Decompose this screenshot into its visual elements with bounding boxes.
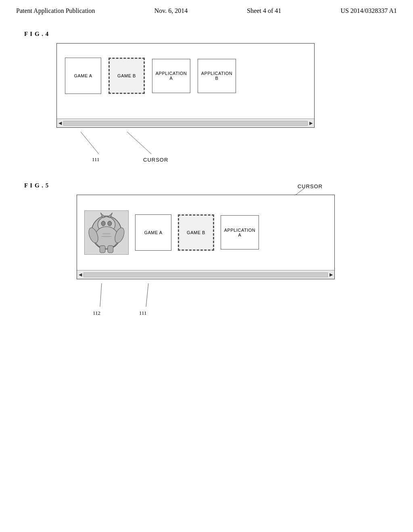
fig5-icon-game-b-selected[interactable]: GAME B — [178, 214, 214, 251]
fig4-diagram: GAME A GAME B APPLICATION A APPLICATION … — [56, 43, 315, 128]
fig5-section: F I G . 5 CURSOR — [24, 182, 389, 320]
fig5-diagram: GAME A GAME B APPLICATION A ◀ ▶ — [77, 195, 335, 279]
fig4-cursor-label: CURSOR — [143, 157, 168, 163]
fig5-ref-111: 111 — [139, 310, 147, 316]
fig5-scroll-left-arrow[interactable]: ◀ — [79, 272, 82, 277]
fig5-scroll-track[interactable] — [83, 272, 328, 277]
fig4-wrapper: GAME A GAME B APPLICATION A APPLICATION … — [24, 43, 389, 166]
svg-point-6 — [101, 221, 105, 226]
fig5-game-image-svg — [85, 211, 128, 254]
fig4-icon-app-a[interactable]: APPLICATION A — [152, 59, 190, 93]
fig4-annotations: 111 CURSOR — [56, 132, 315, 166]
fig5-icon-game-image[interactable] — [84, 210, 129, 255]
fig4-scroll-right-arrow[interactable]: ▶ — [309, 121, 313, 126]
fig4-icons-row: GAME A GAME B APPLICATION A APPLICATION … — [57, 44, 314, 108]
fig5-scrollbar[interactable]: ◀ ▶ — [77, 270, 334, 279]
fig4-icon-game-a[interactable]: GAME A — [65, 58, 101, 94]
fig5-icon-game-a[interactable]: GAME A — [135, 214, 171, 251]
fig5-icon-app-a[interactable]: APPLICATION A — [221, 215, 259, 249]
fig5-annotation-svg — [77, 283, 335, 320]
header-patent-number: US 2014/0328337 A1 — [340, 7, 397, 15]
fig5-scroll-right-arrow[interactable]: ▶ — [330, 272, 333, 277]
svg-line-0 — [81, 132, 99, 154]
header-date: Nov. 6, 2014 — [154, 7, 188, 15]
fig5-icons-row: GAME A GAME B APPLICATION A — [77, 195, 334, 270]
header-publication: Patent Application Publication — [16, 7, 95, 15]
fig4-scrollbar[interactable]: ◀ ▶ — [57, 118, 314, 127]
fig4-icon-app-b[interactable]: APPLICATION B — [198, 59, 236, 93]
page-content: F I G . 4 GAME A GAME B APPLICATION A A — [0, 19, 413, 328]
header-sheet: Sheet 4 of 41 — [247, 7, 281, 15]
svg-line-1 — [127, 132, 151, 154]
svg-point-7 — [108, 221, 112, 226]
page-header: Patent Application Publication Nov. 6, 2… — [0, 0, 413, 19]
fig5-ref-112: 112 — [93, 310, 100, 316]
svg-rect-14 — [108, 245, 113, 253]
fig4-scroll-left-arrow[interactable]: ◀ — [58, 121, 62, 126]
fig4-ref-111: 111 — [92, 156, 100, 163]
fig4-icon-game-b-selected[interactable]: GAME B — [108, 58, 145, 94]
svg-line-17 — [100, 283, 102, 307]
fig5-annotations: 112 111 — [77, 283, 335, 320]
svg-line-18 — [146, 283, 148, 307]
fig4-label: F I G . 4 — [24, 31, 389, 37]
fig4-scroll-track[interactable] — [63, 121, 308, 126]
svg-rect-13 — [100, 245, 105, 253]
